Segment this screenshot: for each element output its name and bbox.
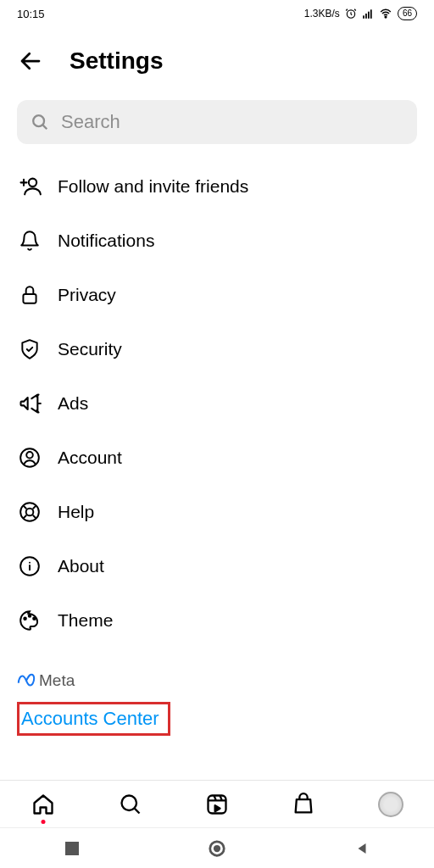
menu-about[interactable]: About — [17, 539, 417, 593]
tab-profile[interactable] — [378, 792, 403, 817]
menu-account[interactable]: Account — [17, 431, 417, 485]
tab-reels[interactable] — [204, 792, 230, 817]
menu-privacy[interactable]: Privacy — [17, 268, 417, 322]
theme-icon — [17, 608, 42, 633]
menu-label: Privacy — [58, 285, 116, 305]
svg-point-16 — [33, 618, 36, 620]
signal-icon — [362, 8, 374, 19]
svg-rect-3 — [368, 12, 370, 19]
account-icon — [17, 445, 42, 470]
menu-label: Theme — [58, 610, 113, 631]
tab-home[interactable] — [31, 792, 56, 817]
svg-rect-2 — [365, 14, 367, 19]
accounts-center-link[interactable]: Accounts Center — [17, 702, 170, 736]
menu-follow-invite[interactable]: Follow and invite friends — [17, 159, 417, 214]
battery-indicator: 66 — [398, 7, 417, 20]
menu-label: Follow and invite friends — [58, 176, 248, 197]
menu-help[interactable]: Help — [17, 485, 417, 539]
back-button[interactable] — [17, 47, 44, 75]
tab-search[interactable] — [118, 792, 143, 817]
menu-label: About — [58, 556, 104, 576]
svg-point-10 — [26, 452, 33, 459]
meta-brand-label: Meta — [39, 671, 75, 690]
megaphone-icon — [17, 391, 42, 416]
search-input[interactable] — [61, 111, 403, 133]
shield-icon — [17, 337, 42, 362]
search-icon — [31, 113, 49, 131]
svg-point-6 — [33, 115, 44, 126]
menu-security[interactable]: Security — [17, 322, 417, 376]
menu-theme[interactable]: Theme — [17, 593, 417, 648]
tab-bar — [0, 780, 434, 827]
svg-rect-1 — [363, 15, 364, 19]
tab-shop[interactable] — [291, 792, 316, 817]
menu-label: Help — [58, 502, 94, 522]
bell-icon — [17, 228, 42, 253]
help-icon — [17, 499, 42, 525]
nav-home[interactable] — [204, 836, 230, 861]
menu-ads[interactable]: Ads — [17, 376, 417, 431]
svg-rect-4 — [370, 9, 372, 18]
menu-label: Notifications — [58, 231, 154, 251]
status-time: 10:15 — [17, 8, 45, 20]
nav-back[interactable] — [349, 836, 375, 861]
status-indicators: 1.3KB/s 66 — [304, 7, 417, 20]
menu-label: Security — [58, 339, 122, 359]
svg-point-14 — [24, 618, 26, 620]
svg-point-17 — [121, 795, 136, 810]
follow-invite-icon — [17, 174, 42, 199]
header: Settings — [0, 27, 434, 92]
menu-notifications[interactable]: Notifications — [17, 214, 417, 268]
menu-label: Ads — [58, 393, 88, 414]
status-bar: 10:15 1.3KB/s 66 — [0, 0, 434, 27]
network-speed: 1.3KB/s — [304, 8, 340, 19]
meta-icon — [17, 671, 36, 690]
lock-icon — [17, 282, 42, 308]
svg-point-15 — [29, 615, 31, 617]
menu-label: Account — [58, 448, 122, 468]
settings-menu: Follow and invite friends Notifications … — [0, 159, 434, 648]
svg-rect-8 — [23, 294, 36, 303]
svg-point-7 — [29, 179, 36, 186]
avatar — [378, 792, 403, 817]
android-nav-bar — [0, 827, 434, 868]
svg-point-5 — [385, 16, 387, 18]
wifi-icon — [379, 8, 392, 19]
home-notification-dot — [42, 820, 46, 824]
info-icon — [17, 554, 42, 579]
svg-point-12 — [26, 509, 34, 516]
page-title: Settings — [70, 47, 163, 75]
meta-brand: Meta — [17, 671, 417, 690]
svg-point-21 — [214, 844, 220, 851]
alarm-icon — [345, 8, 357, 19]
search-box[interactable] — [17, 100, 417, 144]
nav-recents[interactable] — [59, 836, 85, 861]
svg-rect-19 — [65, 842, 79, 855]
meta-section: Meta Accounts Center — [0, 648, 434, 736]
